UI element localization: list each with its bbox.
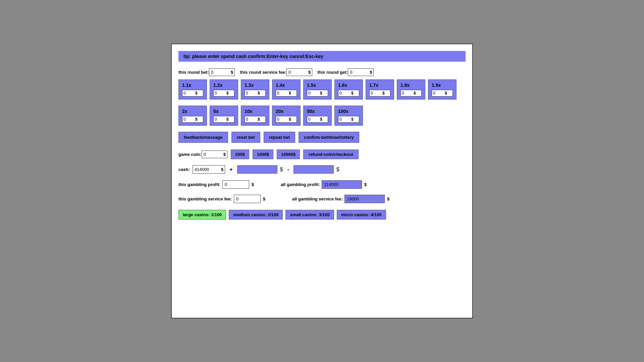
this-profit-dollar: $ bbox=[252, 182, 254, 187]
mult-input[interactable] bbox=[338, 90, 350, 96]
repeat-bet-button[interactable]: repeat bet bbox=[264, 132, 295, 143]
mult-label: 1.4x bbox=[276, 82, 297, 88]
multiplier-card-1.1x[interactable]: 1.1x $ bbox=[178, 79, 207, 100]
game-coin-group: game coin: $ bbox=[178, 150, 227, 158]
cash-input[interactable] bbox=[193, 166, 220, 173]
large-casino-badge[interactable]: large casino: 1/100 bbox=[178, 210, 226, 220]
this-fee-group: this gambling service fee: $ bbox=[178, 195, 265, 203]
medium-casino-badge[interactable]: medium casino: 2/100 bbox=[229, 210, 283, 220]
multiplier-card-1.4x[interactable]: 1.4x $ bbox=[272, 79, 301, 100]
round-info-row: this round bet: $ this round service fee… bbox=[178, 68, 466, 76]
mult-dollar: $ bbox=[225, 90, 230, 96]
all-profit-dollar: $ bbox=[364, 182, 367, 187]
tip-bar: tip: please enter spend cash confirm:Ent… bbox=[178, 51, 466, 62]
all-fee-input[interactable] bbox=[344, 195, 385, 203]
small-casino-badge[interactable]: small casino: 3/100 bbox=[285, 210, 334, 220]
mult-dollar: $ bbox=[288, 90, 292, 96]
mult-input[interactable] bbox=[370, 90, 381, 96]
round-get-label: this round get: bbox=[317, 70, 348, 75]
mult-input-row: $ bbox=[307, 116, 328, 123]
mult-dollar: $ bbox=[194, 116, 199, 122]
round-fee-group: this round service fee: $ bbox=[240, 68, 312, 76]
multiplier-card-1.5x[interactable]: 1.5x $ bbox=[303, 79, 332, 100]
multiplier-card-1.3x[interactable]: 1.3x $ bbox=[241, 79, 269, 100]
refund-button[interactable]: refund-coin/checkout bbox=[303, 149, 358, 159]
mult-input[interactable] bbox=[245, 116, 257, 122]
mult-dollar: $ bbox=[444, 90, 448, 96]
mult-dollar: $ bbox=[319, 116, 323, 122]
cash-sub-input[interactable] bbox=[293, 165, 334, 174]
multiplier-card-1.6x[interactable]: 1.6x $ bbox=[334, 79, 363, 100]
multiplier-card-50x[interactable]: 50x $ bbox=[303, 106, 332, 126]
mult-input[interactable] bbox=[245, 90, 257, 96]
micro-casino-badge[interactable]: micro casino: 4/100 bbox=[337, 210, 386, 220]
mult-label: 1.9x bbox=[432, 82, 453, 88]
multiplier-card-1.7x[interactable]: 1.7x $ bbox=[366, 79, 394, 100]
mult-input-row: $ bbox=[245, 116, 266, 123]
mult-input-row: $ bbox=[245, 90, 266, 97]
all-fee-label: all gambling service fee: bbox=[292, 196, 343, 201]
confirm-bet-button[interactable]: confirm-bet/draw/lottery bbox=[299, 132, 359, 143]
mult-input[interactable] bbox=[276, 90, 288, 96]
round-get-dollar: $ bbox=[368, 69, 373, 76]
mult-input-row: $ bbox=[276, 116, 297, 123]
fee-section: this gambling service fee: $ all gamblin… bbox=[178, 195, 466, 203]
mult-input[interactable] bbox=[214, 90, 225, 96]
round-fee-box: $ bbox=[286, 68, 312, 76]
round-fee-label: this round service fee: bbox=[240, 70, 286, 75]
coin-1000-button[interactable]: 1000$ bbox=[253, 149, 273, 159]
game-coin-input[interactable] bbox=[202, 151, 222, 158]
mult-input[interactable] bbox=[182, 116, 194, 122]
mult-input-row: $ bbox=[338, 90, 359, 97]
coin-100-button[interactable]: 100$ bbox=[231, 149, 249, 159]
mult-input[interactable] bbox=[338, 116, 350, 122]
multiplier-card-1.9x[interactable]: 1.9x $ bbox=[428, 79, 457, 100]
reset-bet-button[interactable]: reset bet bbox=[231, 132, 260, 143]
multiplier-card-20x[interactable]: 20x $ bbox=[272, 106, 301, 126]
this-fee-input[interactable] bbox=[234, 195, 261, 203]
mult-dollar: $ bbox=[319, 90, 323, 96]
mult-input[interactable] bbox=[182, 90, 194, 96]
mult-input[interactable] bbox=[276, 116, 288, 122]
round-bet-group: this round bet: $ bbox=[178, 68, 235, 76]
all-profit-input[interactable] bbox=[322, 180, 362, 189]
multiplier-card-2x[interactable]: 2x $ bbox=[178, 106, 207, 126]
mult-label: 50x bbox=[307, 109, 328, 114]
mult-dollar: $ bbox=[257, 90, 261, 96]
mult-label: 1.5x bbox=[307, 82, 328, 88]
round-bet-dollar: $ bbox=[229, 69, 234, 76]
mult-input[interactable] bbox=[432, 90, 444, 96]
this-profit-input[interactable] bbox=[222, 180, 249, 189]
mult-input[interactable] bbox=[214, 116, 225, 122]
mult-input[interactable] bbox=[401, 90, 413, 96]
this-fee-label: this gambling service fee: bbox=[178, 196, 232, 201]
multiplier-card-10x[interactable]: 10x $ bbox=[241, 106, 269, 126]
mult-input-row: $ bbox=[213, 90, 234, 97]
all-profit-label: all gambling profit: bbox=[281, 182, 320, 187]
mult-input-row: $ bbox=[400, 90, 422, 97]
multiplier-card-1.2x[interactable]: 1.2x $ bbox=[210, 79, 238, 100]
feedback-button[interactable]: feedback/message bbox=[178, 132, 228, 143]
this-profit-group: this gambling profit: $ bbox=[178, 180, 254, 189]
mult-dollar: $ bbox=[288, 116, 292, 122]
main-container: tip: please enter spend cash confirm:Ent… bbox=[171, 44, 473, 318]
coin-10000-button[interactable]: 10000$ bbox=[277, 149, 300, 159]
multiplier-card-100x[interactable]: 100x $ bbox=[334, 106, 363, 126]
tip-text: tip: please enter spend cash confirm:Ent… bbox=[183, 54, 323, 59]
multiplier-card-5x[interactable]: 5x $ bbox=[210, 106, 238, 126]
mult-input[interactable] bbox=[307, 116, 319, 122]
mult-label: 1.1x bbox=[182, 82, 203, 88]
round-fee-input[interactable] bbox=[287, 69, 307, 76]
multiplier-card-1.8x[interactable]: 1.8x $ bbox=[397, 79, 425, 100]
minus-sign: - bbox=[285, 167, 290, 173]
round-fee-dollar: $ bbox=[307, 69, 312, 76]
mult-label: 1.2x bbox=[213, 82, 234, 88]
round-get-input[interactable] bbox=[348, 69, 368, 76]
cash-add-dollar: $ bbox=[280, 167, 283, 173]
mult-label: 1.7x bbox=[369, 82, 390, 88]
mult-input-row: $ bbox=[307, 90, 328, 97]
round-bet-input[interactable] bbox=[209, 69, 229, 76]
mult-input[interactable] bbox=[307, 90, 319, 96]
round-get-group: this round get: $ bbox=[317, 68, 374, 76]
cash-add-input[interactable] bbox=[237, 165, 277, 174]
